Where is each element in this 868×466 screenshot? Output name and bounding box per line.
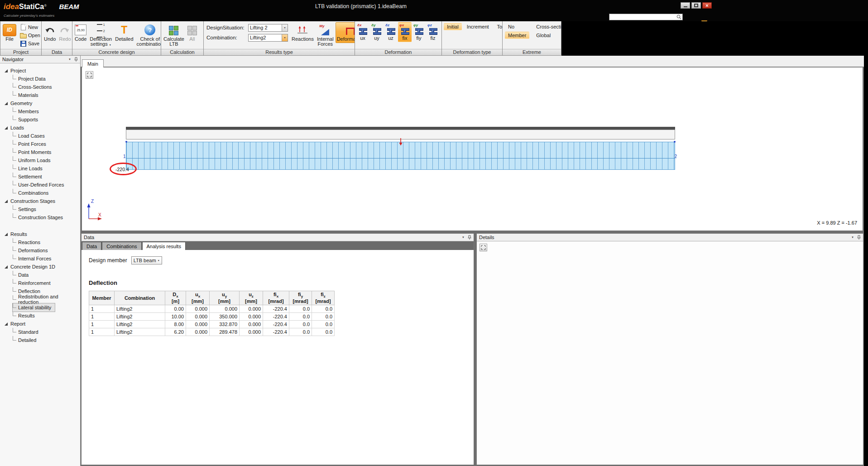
table-row[interactable]: 1Lifting20.000.0000.0000.000-220.40.00.0 [89, 305, 335, 313]
navigator-item-project-data[interactable]: Project Data [13, 75, 49, 83]
minimize-button[interactable] [681, 2, 690, 9]
file-button[interactable]: File [1, 22, 18, 43]
navigator-item-load-cases[interactable]: Load Cases [13, 132, 48, 140]
deformation-uz-button[interactable]: δzuz [384, 22, 398, 42]
table-row[interactable]: 1Lifting28.000.000332.8700.000-220.40.00… [89, 321, 335, 328]
deformation-fiy-button[interactable]: φyfiy [412, 22, 426, 42]
save-button[interactable]: Save [18, 39, 41, 48]
navigator-item-report[interactable]: Report [5, 320, 29, 328]
details-panel-header[interactable]: Details ▼ [477, 234, 863, 241]
navigator-item-detailed[interactable]: Detailed [13, 336, 40, 344]
deformation-fix-button[interactable]: φxfix [398, 22, 412, 42]
navigator-item-members[interactable]: Members [13, 107, 43, 115]
calculate-ltb-button[interactable]: Calculate LTB [162, 22, 186, 48]
viewport-expand-button[interactable] [86, 71, 93, 79]
collapse-chevron-icon[interactable]: ▼ [851, 236, 854, 239]
table-row[interactable]: 1Lifting26.200.000289.4780.000-220.40.00… [89, 328, 335, 336]
combination-select[interactable]: Lifting2 ▼ [248, 34, 288, 42]
tree-expanded-icon[interactable] [5, 200, 8, 203]
redo-button[interactable]: Redo [58, 22, 72, 43]
navigator-item-settings[interactable]: Settings [13, 205, 40, 213]
pin-icon[interactable] [857, 235, 861, 240]
deformation-type-total-button[interactable]: Total [494, 23, 502, 30]
internal-forces-button[interactable]: My Internal Forces [316, 22, 335, 48]
group-label-deformation-type: Deformation type [442, 49, 502, 55]
extreme-no-button[interactable]: No [505, 23, 529, 30]
navigator-item-data[interactable]: Data [13, 271, 32, 279]
data-tab-data[interactable]: Data [82, 242, 101, 250]
collapse-chevron-icon[interactable]: ▼ [462, 236, 465, 239]
extreme-member-button[interactable]: Member [505, 32, 529, 39]
navigator-item-materials[interactable]: Materials [13, 91, 42, 99]
tree-expanded-icon[interactable] [5, 265, 8, 269]
search-input[interactable] [609, 14, 676, 20]
pin-icon[interactable] [74, 57, 78, 62]
tree-expanded-icon[interactable] [5, 102, 8, 105]
tab-main[interactable]: Main [82, 59, 104, 67]
check-of-combination-button[interactable]: ? Check of combination [135, 22, 161, 48]
navigator-item-redistribution-and-reduction[interactable]: Redistribution and reduction [13, 295, 80, 303]
close-button[interactable]: × [702, 2, 712, 9]
extreme-global-button[interactable]: Global [533, 32, 561, 39]
navigator-item-uniform-loads[interactable]: Uniform Loads [13, 156, 54, 164]
data-panel-header[interactable]: Data ▼ [82, 234, 474, 241]
navigator-item-results[interactable]: Results [5, 230, 31, 238]
navigator-item-deformations[interactable]: Deformations [13, 246, 51, 255]
navigator-item-label: Internal Forces [18, 256, 51, 261]
navigator-item-combinations[interactable]: Combinations [13, 189, 52, 197]
deformation-uy-button[interactable]: δyuy [370, 22, 384, 42]
table-row[interactable]: 1Lifting210.000.000350.0000.000-220.40.0… [89, 313, 335, 321]
navigator-item-user-defined-forces[interactable]: User-Defined Forces [13, 181, 67, 189]
deflection-settings-button[interactable]: Deflection settings ▼ [88, 22, 113, 49]
navigator-item-reinforcement[interactable]: Reinforcement [13, 279, 54, 287]
navigator-item-construction-stages[interactable]: Construction Stages [13, 213, 67, 221]
navigator-item-settlement[interactable]: Settlement [13, 173, 46, 181]
navigator-item-reactions[interactable]: Reactions [13, 238, 44, 246]
tree-branch-icon [13, 287, 16, 292]
data-tab-analysis-results[interactable]: Analysis results [142, 242, 186, 250]
deformation-fiz-button[interactable]: φzfiz [426, 22, 440, 42]
viewport-3d-scene[interactable]: 1 2 -220.4 Z X X = 9.89 Z = -1.67 [82, 67, 863, 231]
deformation-type-increment-button[interactable]: Increment [464, 23, 492, 30]
tree-branch-icon [13, 238, 16, 243]
calculate-all-button[interactable]: All [186, 22, 198, 43]
navigator-item-concrete-design-1d[interactable]: Concrete Design 1D [5, 263, 59, 271]
navigator-item-construction-stages[interactable]: Construction Stages [5, 197, 59, 205]
navigator-item-point-moments[interactable]: Point Moments [13, 148, 55, 156]
navigator-item-cross-sections[interactable]: Cross-Sections [13, 83, 56, 91]
deformation-button[interactable]: Deformation [336, 22, 355, 43]
detailed-button[interactable]: T Detailed [114, 22, 134, 43]
navigator-item-standard[interactable]: Standard [13, 328, 42, 336]
code-button[interactable]: 25,90 Code [73, 22, 88, 43]
details-expand-button[interactable] [480, 244, 487, 251]
navigator-item-lateral-stability[interactable]: Lateral stability [13, 303, 55, 312]
tree-expanded-icon[interactable] [5, 322, 8, 326]
navigator-item-point-forces[interactable]: Point Forces [13, 140, 50, 148]
new-button[interactable]: New [18, 23, 41, 31]
search-box[interactable] [609, 14, 683, 20]
extreme-cross-section-button[interactable]: Cross-section [533, 23, 561, 30]
maximize-button[interactable] [691, 2, 701, 9]
group-label-extreme: Extreme [503, 49, 561, 55]
collapse-chevron-icon[interactable]: ▼ [68, 58, 71, 61]
navigator-item-geometry[interactable]: Geometry [5, 99, 36, 107]
tree-expanded-icon[interactable] [5, 69, 8, 72]
deformation-type-initial-button[interactable]: Initial [444, 23, 462, 30]
navigator-item-results[interactable]: Results [13, 312, 38, 320]
reactions-button[interactable]: Reactions [290, 22, 315, 43]
navigator-item-line-loads[interactable]: Line Loads [13, 164, 46, 173]
tree-expanded-icon[interactable] [5, 233, 8, 236]
pin-icon[interactable] [468, 235, 471, 240]
navigator-item-internal-forces[interactable]: Internal Forces [13, 255, 55, 263]
navigator-item-project[interactable]: Project [5, 67, 29, 75]
navigator-item-loads[interactable]: Loads [5, 124, 28, 132]
design-member-select[interactable]: LTB beam ▼ [131, 256, 162, 264]
tree-expanded-icon[interactable] [5, 126, 8, 130]
deformation-ux-button[interactable]: δxux [356, 22, 369, 42]
data-tab-combinations[interactable]: Combinations [102, 242, 141, 250]
design-situation-select[interactable]: Lifting 2 ▼ [248, 24, 288, 32]
navigator-item-supports[interactable]: Supports [13, 115, 42, 124]
undo-button[interactable]: Undo [43, 22, 57, 43]
table-cell: 0.000 [186, 328, 210, 336]
open-button[interactable]: Open [18, 31, 41, 39]
